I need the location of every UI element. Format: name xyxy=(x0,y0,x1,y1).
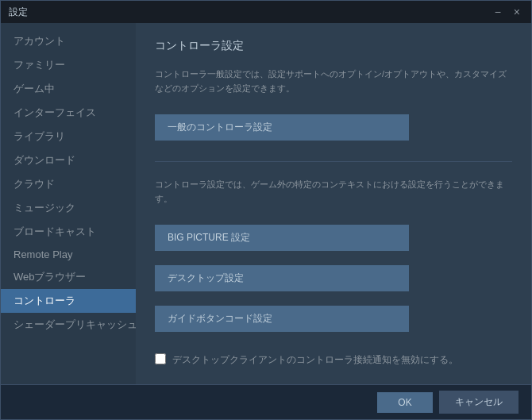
controller-section-title: コントローラ設定 xyxy=(155,39,512,53)
sidebar-item-controller[interactable]: コントローラ xyxy=(1,289,136,313)
ok-button[interactable]: OK xyxy=(377,392,433,413)
bottom-bar: OK キャンセル xyxy=(1,384,531,419)
sidebar-item-library[interactable]: ライブラリ xyxy=(1,125,136,148)
sidebar-item-account[interactable]: アカウント xyxy=(1,29,136,53)
content-area: アカウントファミリーゲーム中インターフェイスライブラリダウンロードクラウドミュー… xyxy=(1,23,531,384)
sidebar-item-cloud[interactable]: クラウド xyxy=(1,172,136,196)
disable-notification-row: デスクトップクライアントのコントローラ接続通知を無効にする。 xyxy=(155,353,512,367)
title-bar: 設定 − × xyxy=(1,1,531,23)
sidebar-item-broadcast[interactable]: ブロードキャスト xyxy=(1,220,136,244)
sidebar: アカウントファミリーゲーム中インターフェイスライブラリダウンロードクラウドミュー… xyxy=(1,23,136,384)
disable-notification-label[interactable]: デスクトップクライアントのコントローラ接続通知を無効にする。 xyxy=(172,353,458,367)
big-picture-settings-button[interactable]: BIG PICTURE 設定 xyxy=(155,225,409,251)
sidebar-item-web-browser[interactable]: Webブラウザー xyxy=(1,265,136,289)
sidebar-item-interface[interactable]: インターフェイス xyxy=(1,101,136,125)
desktop-settings-button[interactable]: デスクトップ設定 xyxy=(155,265,409,291)
sidebar-item-music[interactable]: ミュージック xyxy=(1,196,136,220)
disable-notification-checkbox[interactable] xyxy=(155,353,166,364)
cancel-button[interactable]: キャンセル xyxy=(439,391,519,414)
main-content: コントローラ設定 コントローラ一般設定では、設定サポートへのオプトイン/オプトア… xyxy=(136,23,531,384)
minimize-button[interactable]: − xyxy=(492,5,504,19)
title-bar-controls: − × xyxy=(492,5,523,19)
sidebar-item-shader-cache[interactable]: シェーダープリキャッシュ xyxy=(1,313,136,337)
divider-1 xyxy=(155,161,512,162)
controller-section-desc: コントローラ一般設定では、設定サポートへのオプトイン/オプトアウトや、カスタマイ… xyxy=(155,67,512,95)
settings-window: 設定 − × アカウントファミリーゲーム中インターフェイスライブラリダウンロード… xyxy=(0,0,532,420)
close-button[interactable]: × xyxy=(511,5,523,19)
window-title: 設定 xyxy=(9,6,28,19)
general-controller-settings-button[interactable]: 一般のコントローラ設定 xyxy=(155,114,409,141)
guide-button-code-settings-button[interactable]: ガイドボタンコード設定 xyxy=(155,306,409,332)
sidebar-item-remote-play[interactable]: Remote Play xyxy=(1,244,136,265)
sidebar-item-in-game[interactable]: ゲーム中 xyxy=(1,77,136,101)
sidebar-item-family[interactable]: ファミリー xyxy=(1,53,136,77)
sidebar-item-download[interactable]: ダウンロード xyxy=(1,148,136,172)
controller-section-desc2: コントローラ設定では、ゲーム外の特定のコンテキストにおける設定を行うことができま… xyxy=(155,178,512,206)
